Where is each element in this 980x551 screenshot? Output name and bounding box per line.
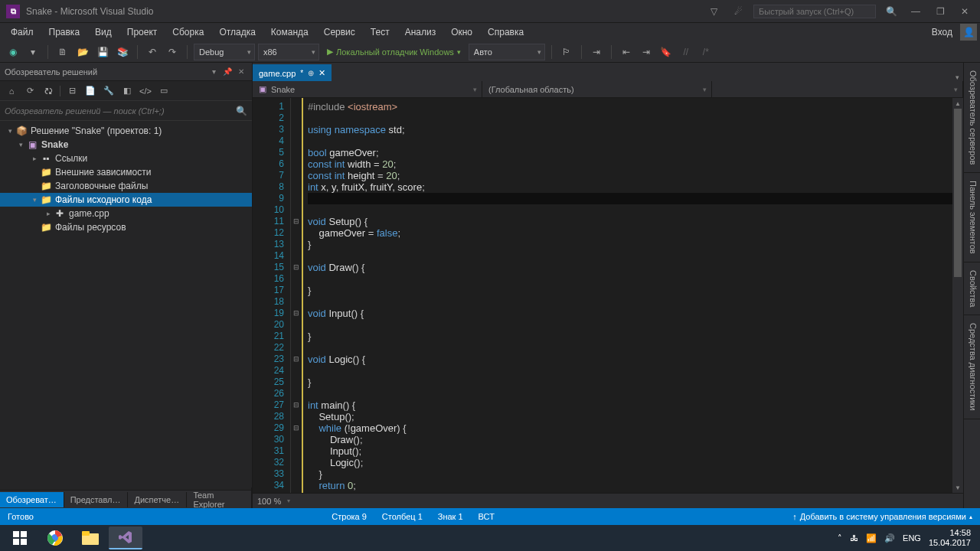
references-node[interactable]: ▸▪▪Ссылки [0, 152, 252, 165]
sidebar-tab[interactable]: Team Explorer [187, 487, 252, 509]
redo-icon[interactable]: ↷ [164, 44, 181, 60]
flag-icon[interactable]: 🏳 [558, 44, 575, 60]
open-file-icon[interactable]: 📂 [74, 44, 91, 60]
quick-launch-input[interactable] [753, 5, 876, 18]
outdent-icon[interactable]: ⇥ [638, 44, 655, 60]
refresh-icon[interactable]: 🗘 [41, 84, 55, 98]
menu-item-окно[interactable]: Окно [443, 24, 480, 41]
add-to-scm-button[interactable]: ↑Добавить в систему управления версиями▴ [792, 512, 972, 521]
taskbar-explorer[interactable] [74, 527, 107, 549]
taskbar-visual-studio[interactable] [109, 527, 142, 549]
headers-node[interactable]: 📁Заголовочные файлы [0, 179, 252, 193]
tray-volume-icon[interactable]: 🔊 [884, 533, 895, 543]
tab-overflow-icon[interactable]: ▾ [951, 73, 963, 81]
dropdown-icon[interactable]: ▾ [24, 44, 41, 60]
scroll-up-icon[interactable]: ▲ [952, 98, 963, 109]
menu-item-команда[interactable]: Команда [263, 24, 316, 41]
project-scope-select[interactable]: ▣Snake [253, 81, 482, 97]
maximize-icon[interactable]: ❐ [931, 2, 949, 21]
indent-icon[interactable]: ⇤ [618, 44, 635, 60]
minimize-icon[interactable]: — [906, 2, 925, 21]
menu-item-анализ[interactable]: Анализ [397, 24, 444, 41]
solution-node[interactable]: ▾📦Решение "Snake" (проектов: 1) [0, 124, 252, 138]
user-icon[interactable]: 👤 [960, 24, 977, 41]
menu-item-отладка[interactable]: Отладка [211, 24, 263, 41]
search-icon[interactable]: 🔍 [882, 2, 900, 21]
start-button[interactable] [3, 527, 37, 549]
fold-toggle-icon[interactable]: ⊟ [291, 399, 302, 411]
project-node[interactable]: ▾▣Snake [0, 138, 252, 152]
tray-clock[interactable]: 14:58 15.04.2017 [929, 528, 971, 548]
tray-network-icon[interactable]: 🖧 [850, 533, 858, 543]
sidebar-tab[interactable]: Обозревате... [0, 492, 64, 507]
sidebar-tab[interactable]: Представле... [64, 492, 129, 507]
preview-icon[interactable]: ◧ [120, 84, 134, 98]
home-icon[interactable]: ⌂ [5, 84, 18, 98]
fold-toggle-icon[interactable]: ⊟ [291, 308, 302, 319]
save-icon[interactable]: 💾 [94, 44, 111, 60]
type-scope-select[interactable]: (Глобальная область) [482, 81, 712, 97]
fold-toggle-icon[interactable]: ⊟ [291, 262, 302, 273]
menu-item-файл[interactable]: Файл [3, 24, 41, 41]
tray-up-icon[interactable]: ˄ [838, 533, 842, 543]
platform-select[interactable]: x86 [258, 44, 319, 60]
external-deps-node[interactable]: 📁Внешние зависимости [0, 165, 252, 179]
search-icon[interactable]: 🔍 [236, 106, 247, 116]
run-button[interactable]: ▶ Локальный отладчик Windows ▾ [322, 45, 466, 58]
new-file-icon[interactable]: 🗎 [54, 44, 71, 60]
save-all-icon[interactable]: 📚 [114, 44, 131, 60]
code-icon[interactable]: </> [139, 84, 152, 98]
login-button[interactable]: Вход [924, 24, 960, 41]
menu-item-справка[interactable]: Справка [480, 24, 531, 41]
member-scope-select[interactable] [712, 81, 963, 97]
filter-icon[interactable]: ▽ [704, 2, 723, 21]
auto-select[interactable]: Авто [469, 44, 545, 60]
dock-tab[interactable]: Средства диагностики [964, 315, 980, 419]
zoom-select[interactable]: 100 % [257, 497, 290, 506]
vertical-scrollbar[interactable]: ▲ ▼ [952, 98, 963, 493]
pin-icon[interactable]: ⊕ [308, 69, 314, 77]
tray-language[interactable]: ENG [903, 533, 921, 543]
properties-icon[interactable]: 🔧 [102, 84, 116, 98]
close-icon[interactable]: ✕ [956, 2, 974, 21]
scroll-down-icon[interactable]: ▼ [952, 482, 963, 493]
config-select[interactable]: Debug [194, 44, 255, 60]
bookmark-icon[interactable]: 🔖 [658, 44, 675, 60]
fold-toggle-icon[interactable]: ⊟ [291, 354, 302, 365]
sidebar-tab[interactable]: Диспетчер... [128, 492, 187, 507]
file-node-game-cpp[interactable]: ▸✚game.cpp [0, 207, 252, 220]
fold-toggle-icon[interactable]: ⊟ [291, 422, 302, 434]
pin-icon[interactable]: 📌 [221, 66, 234, 78]
dock-tab[interactable]: Обозреватель серверов [964, 63, 980, 173]
dropdown-icon[interactable]: ▾ [207, 66, 220, 78]
step-icon[interactable]: ⇥ [588, 44, 605, 60]
view-icon[interactable]: ▭ [157, 84, 171, 98]
editor-tab-game-cpp[interactable]: game.cpp* ⊕ ✕ [253, 64, 332, 81]
undo-icon[interactable]: ↶ [144, 44, 161, 60]
source-folder-node[interactable]: ▾📁Файлы исходного кода [0, 193, 252, 207]
fold-toggle-icon[interactable]: ⊟ [291, 216, 302, 227]
uncomment-icon[interactable]: /* [697, 44, 714, 60]
show-all-icon[interactable]: 📄 [83, 84, 97, 98]
menu-item-сборка[interactable]: Сборка [165, 24, 211, 41]
sync-icon[interactable]: ⟳ [23, 84, 37, 98]
notifications-icon[interactable]: ☄ [729, 2, 747, 21]
menu-item-вид[interactable]: Вид [87, 24, 119, 41]
comment-icon[interactable]: // [678, 44, 694, 60]
dock-tab[interactable]: Свойства [964, 262, 980, 315]
tray-wifi-icon[interactable]: 📶 [866, 533, 877, 543]
resources-node[interactable]: 📁Файлы ресурсов [0, 220, 252, 234]
close-tab-icon[interactable]: ✕ [318, 68, 325, 78]
menu-item-тест[interactable]: Тест [363, 24, 397, 41]
solution-search-input[interactable] [5, 106, 236, 116]
collapse-icon[interactable]: ⊟ [65, 84, 79, 98]
menu-item-правка[interactable]: Правка [41, 24, 88, 41]
code-editor[interactable]: 1234567891011121314151617181920212223242… [253, 98, 963, 493]
scrollbar-thumb[interactable] [954, 109, 962, 277]
menu-item-сервис[interactable]: Сервис [316, 24, 363, 41]
code-content[interactable]: #include <iostream>using namespace std;b… [302, 98, 952, 493]
taskbar-chrome[interactable] [38, 527, 72, 549]
dock-tab[interactable]: Панель элементов [964, 173, 980, 262]
close-icon[interactable]: ✕ [235, 66, 247, 78]
back-icon[interactable]: ◉ [5, 44, 21, 60]
